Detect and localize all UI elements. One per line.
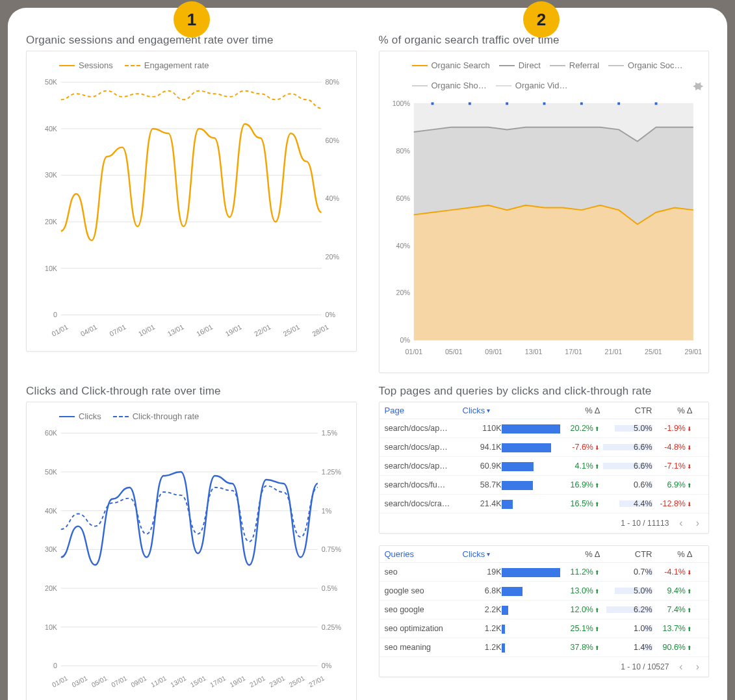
cell-bar — [502, 441, 560, 453]
cell-ctr: 0.6% — [600, 480, 652, 489]
pages-table: Page Clicks % Δ CTR % Δ search/docs/ap…1… — [379, 402, 710, 534]
table-row[interactable]: seo meaning1.2K37.8%1.4%90.6% — [380, 638, 709, 657]
cell-name: seo — [385, 567, 463, 577]
col-ctr[interactable]: CTR — [600, 549, 652, 559]
table-row[interactable]: search/docs/fu…58.7K16.9%0.6%6.9% — [380, 476, 709, 495]
svg-text:40%: 40% — [326, 194, 340, 202]
col-ctr[interactable]: CTR — [600, 406, 652, 415]
cell-bar — [502, 460, 560, 472]
cell-name: search/docs/ap… — [385, 461, 463, 471]
table-header: Queries Clicks % Δ CTR % Δ — [380, 546, 709, 563]
cell-cdelta: -4.1% — [652, 567, 693, 577]
svg-text:13/01: 13/01 — [166, 323, 185, 338]
svg-rect-49 — [506, 102, 508, 105]
cell-pdelta: 16.5% — [560, 499, 600, 508]
svg-text:15/01: 15/01 — [189, 675, 207, 689]
col-query[interactable]: Queries — [385, 549, 463, 559]
col-pdelta[interactable]: % Δ — [560, 406, 600, 415]
table-header: Page Clicks % Δ CTR % Δ — [380, 402, 709, 419]
svg-text:1%: 1% — [322, 507, 332, 515]
svg-text:0.75%: 0.75% — [322, 545, 342, 553]
cell-bar — [502, 566, 560, 578]
col-clicks[interactable]: Clicks — [463, 406, 502, 415]
panel-clicks: Clicks and Click-through rate over time … — [26, 385, 357, 700]
svg-text:09/01: 09/01 — [485, 348, 502, 356]
clicks-chart[interactable]: 010K20K30K40K50K60K0%0.25%0.5%0.75%1%1.2… — [33, 422, 350, 695]
svg-text:01/01: 01/01 — [405, 348, 422, 356]
svg-text:16/01: 16/01 — [195, 323, 214, 338]
svg-text:03/01: 03/01 — [71, 675, 89, 689]
traffic-chart[interactable]: 0%20%40%60%80%100%01/0105/0109/0113/0117… — [386, 93, 703, 366]
cell-cdelta: -4.8% — [652, 443, 693, 452]
table-row[interactable]: search/docs/ap…60.9K4.1%6.6%-7.1% — [380, 457, 709, 476]
svg-text:11/01: 11/01 — [149, 675, 168, 689]
col-clicks[interactable]: Clicks — [463, 549, 502, 559]
pager-prev-icon[interactable]: ‹ — [677, 517, 685, 529]
table-row[interactable]: search/docs/ap…94.1K-7.6%6.6%-4.8% — [380, 438, 709, 457]
pager-next-icon[interactable]: › — [693, 517, 702, 529]
cell-clicks: 2.2K — [463, 605, 502, 614]
cell-clicks: 60.9K — [463, 461, 502, 471]
chart-card: Sessions Engagement rate 010K20K30K40K50… — [26, 51, 357, 352]
table-row[interactable]: search/docs/cra…21.4K16.5%4.4%-12.8% — [380, 495, 709, 513]
legend-pager[interactable]: ◀ ▶ — [693, 79, 699, 92]
svg-text:10/01: 10/01 — [137, 323, 156, 338]
cell-pdelta: 4.1% — [560, 461, 600, 471]
legend-item: Organic Search — [412, 60, 490, 70]
cell-bar — [502, 604, 560, 616]
legend: Sessions Engagement rate — [33, 57, 350, 71]
legend-item: Clicks — [59, 411, 101, 421]
svg-text:19/01: 19/01 — [229, 675, 247, 689]
col-cdelta[interactable]: % Δ — [652, 406, 693, 415]
cell-bar — [502, 498, 560, 510]
svg-rect-51 — [580, 102, 582, 105]
col-pdelta[interactable]: % Δ — [560, 549, 600, 559]
table-row[interactable]: google seo6.8K13.0%5.0%9.4% — [380, 582, 709, 601]
svg-rect-53 — [654, 102, 657, 105]
svg-text:29/01: 29/01 — [684, 348, 702, 356]
table-row[interactable]: seo optimization1.2K25.1%1.0%13.7% — [380, 619, 709, 638]
svg-text:25/01: 25/01 — [288, 675, 306, 689]
svg-text:20%: 20% — [326, 253, 340, 261]
table-row[interactable]: seo19K11.2%0.7%-4.1% — [380, 563, 709, 582]
cell-pdelta: 12.0% — [560, 605, 600, 614]
cell-name: search/docs/cra… — [385, 499, 463, 508]
col-cdelta[interactable]: % Δ — [652, 549, 693, 559]
cell-ctr: 1.4% — [600, 643, 652, 652]
svg-text:17/01: 17/01 — [565, 348, 582, 356]
legend-item: Organic Sho… — [412, 81, 487, 90]
svg-text:27/01: 27/01 — [307, 675, 326, 689]
cell-name: search/docs/fu… — [385, 480, 463, 489]
badge-1: 1 — [174, 1, 210, 38]
cell-clicks: 6.8K — [463, 586, 502, 595]
cell-pdelta: 37.8% — [560, 643, 600, 652]
table-row[interactable]: seo google2.2K12.0%6.2%7.4% — [380, 601, 709, 619]
svg-text:09/01: 09/01 — [130, 675, 148, 689]
panel-title: Top pages and queries by clicks and clic… — [379, 385, 710, 398]
cell-bar — [502, 422, 560, 434]
cell-name: google seo — [385, 586, 463, 595]
svg-text:30K: 30K — [45, 545, 58, 553]
svg-text:17/01: 17/01 — [209, 675, 227, 689]
col-page[interactable]: Page — [385, 406, 463, 415]
cell-bar — [502, 623, 560, 634]
cell-pdelta: 11.2% — [560, 567, 600, 577]
cell-cdelta: -7.1% — [652, 461, 693, 471]
pager-next-icon[interactable]: › — [693, 661, 702, 673]
pager: 1 - 10 / 10527 ‹ › — [380, 657, 709, 677]
pager-prev-icon[interactable]: ‹ — [677, 661, 685, 673]
svg-text:22/01: 22/01 — [253, 323, 272, 338]
svg-text:40%: 40% — [396, 242, 410, 250]
chart-card: Clicks Click-through rate 010K20K30K40K5… — [26, 402, 357, 700]
svg-text:0.25%: 0.25% — [322, 623, 342, 631]
svg-text:19/01: 19/01 — [224, 323, 243, 338]
legend-item: Direct — [499, 60, 541, 70]
cell-bar — [502, 479, 560, 491]
legend-item: Sessions — [59, 60, 113, 70]
sessions-chart[interactable]: 010K20K30K40K50K0%20%40%60%80%01/0104/01… — [33, 71, 350, 344]
table-row[interactable]: search/docs/ap…110K20.2%5.0%-1.9% — [380, 419, 709, 438]
panel-sessions: Organic sessions and engagement rate ove… — [26, 34, 357, 373]
svg-text:60%: 60% — [326, 136, 340, 144]
cell-cdelta: 9.4% — [652, 586, 693, 595]
svg-text:21/01: 21/01 — [248, 675, 266, 689]
